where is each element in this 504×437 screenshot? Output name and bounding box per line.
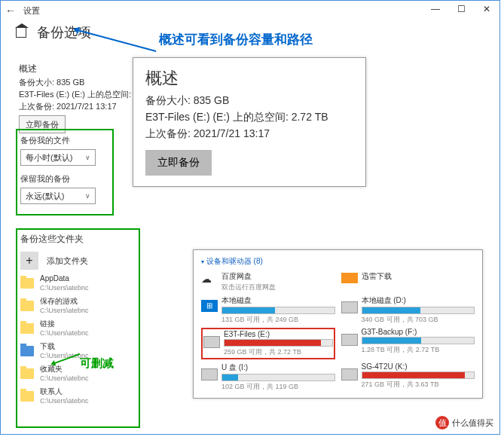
usage-bar [221, 374, 335, 381]
watermark: 值 什么值得买 [435, 416, 493, 429]
drive-info: 1.28 TB 可用，共 2.72 TB [362, 345, 475, 355]
folder-name: 保存的游戏 [40, 297, 89, 306]
usage-bar [221, 307, 335, 314]
drive-name: 本地磁盘 [221, 295, 335, 306]
folder-name: 联系人 [40, 387, 89, 396]
titlebar: ← 设置 — ☐ ✕ [1, 1, 499, 20]
annotation-overview: 概述可看到备份容量和路径 [159, 31, 313, 48]
usage-bar [362, 337, 475, 344]
usage-bar [362, 307, 475, 314]
drives-card: ▾ 设备和驱动器 (8) ☁ 百度网盘 双击运行百度网盘 迅雷下载 ⊞本地磁盘1… [193, 249, 483, 399]
drive-info: 340 GB 可用，共 703 GB [362, 315, 475, 325]
folder-path: C:\Users\atebnc [40, 306, 89, 315]
folder-icon [20, 346, 34, 356]
watermark-icon: 值 [435, 416, 449, 429]
minimize-button[interactable]: — [423, 1, 448, 17]
folder-path: C:\Users\atebnc [40, 374, 89, 383]
disk-icon [341, 301, 358, 313]
folder-item[interactable]: 收藏夹C:\Users\atebnc [20, 365, 89, 383]
folder-name: 链接 [40, 319, 89, 329]
overview-card-space: E3T-Files (E:) (E:) 上的总空间: 2.72 TB [145, 111, 353, 124]
folder-path: C:\Users\atebnc [40, 283, 89, 292]
annotation-delete: 可删减 [80, 356, 114, 371]
overview-card: 概述 备份大小: 835 GB E3T-Files (E:) (E:) 上的总空… [133, 57, 366, 187]
add-folder-button[interactable]: + [20, 252, 38, 270]
settings-window: ← 设置 — ☐ ✕ 备份选项 概述可看到备份容量和路径 概述 备份大小: 83… [0, 0, 500, 435]
folders-title: 备份这些文件夹 [20, 233, 89, 246]
drive-item[interactable]: SG-4T2U (K:)271 GB 可用，共 3.63 TB [341, 362, 475, 392]
folder-item[interactable]: 链接C:\Users\atebnc [20, 319, 89, 338]
disk-icon [203, 336, 220, 348]
disk-icon: ⊞ [201, 300, 218, 312]
cloud-icon: ☁ [201, 273, 218, 285]
usage-bar [362, 371, 475, 379]
folder-path: C:\Users\atebnc [40, 396, 89, 405]
disk-icon [341, 334, 358, 346]
drive-name: SG-4T2U (K:) [362, 362, 475, 371]
chevron-down-icon: ∨ [85, 192, 90, 200]
drive-info: 271 GB 可用，共 3.63 TB [362, 380, 475, 390]
keep-value: 永远(默认) [26, 191, 64, 202]
usage-bar [224, 339, 333, 347]
drive-item[interactable]: E3T-Files (E:)259 GB 可用，共 2.72 TB [201, 328, 335, 359]
add-folder-label: 添加文件夹 [47, 255, 88, 267]
drive-info: 102 GB 可用，共 119 GB [221, 382, 335, 392]
keep-select[interactable]: 永远(默认) ∨ [20, 188, 96, 204]
folder-icon [20, 301, 34, 311]
folder-name: 下载 [40, 342, 89, 351]
drive-item[interactable]: ⊞本地磁盘131 GB 可用，共 249 GB [201, 295, 335, 325]
expand-icon: ▾ [201, 258, 204, 265]
drive-xunlei[interactable]: 迅雷下载 [341, 271, 475, 292]
folder-icon [20, 323, 34, 334]
drive-item[interactable]: U 盘 (I:)102 GB 可用，共 119 GB [201, 362, 335, 392]
overview-card-heading: 概述 [145, 67, 353, 90]
freq-label: 备份我的文件 [20, 135, 96, 146]
folders-section: 备份这些文件夹 + 添加文件夹 AppDataC:\Users\atebnc保存… [20, 233, 89, 410]
drive-name: E3T-Files (E:) [224, 330, 333, 338]
close-button[interactable]: ✕ [474, 1, 499, 17]
window-title: 设置 [23, 5, 40, 17]
maximize-button[interactable]: ☐ [448, 1, 474, 17]
overview-card-size: 备份大小: 835 GB [145, 94, 353, 108]
disk-icon [201, 368, 218, 380]
freq-select[interactable]: 每小时(默认) ∨ [20, 149, 96, 166]
overview-card-last: 上次备份: 2021/7/21 13:17 [145, 127, 353, 141]
freq-value: 每小时(默认) [26, 152, 72, 163]
folder-item[interactable]: AppDataC:\Users\atebnc [20, 274, 89, 292]
folder-icon [20, 368, 34, 379]
keep-label: 保留我的备份 [20, 173, 96, 185]
backup-now-button[interactable]: 立即备份 [145, 150, 212, 176]
disk-icon [341, 368, 358, 380]
back-icon[interactable]: ← [5, 5, 16, 17]
drive-item[interactable]: 本地磁盘 (D:)340 GB 可用，共 703 GB [341, 295, 475, 325]
drives-title[interactable]: ▾ 设备和驱动器 (8) [201, 256, 475, 267]
folder-item[interactable]: 保存的游戏C:\Users\atebnc [20, 297, 89, 315]
drive-item[interactable]: G3T-Backup (F:)1.28 TB 可用，共 2.72 TB [341, 328, 475, 359]
folder-icon [20, 278, 34, 289]
folder-name: AppData [40, 274, 89, 283]
folder-item[interactable]: 联系人C:\Users\atebnc [20, 387, 89, 405]
folder-item[interactable]: 下载C:\Users\atebnc [20, 342, 89, 360]
xunlei-icon [341, 273, 358, 283]
drive-info: 259 GB 可用，共 2.72 TB [224, 347, 333, 357]
home-icon[interactable] [16, 27, 26, 38]
chevron-down-icon: ∨ [85, 154, 90, 161]
drive-baidu[interactable]: ☁ 百度网盘 双击运行百度网盘 [201, 271, 335, 292]
drive-name: 本地磁盘 (D:) [362, 295, 475, 306]
folder-path: C:\Users\atebnc [40, 329, 89, 338]
drive-name: U 盘 (I:) [221, 362, 335, 373]
drive-info: 131 GB 可用，共 249 GB [221, 315, 335, 325]
drive-name: G3T-Backup (F:) [362, 328, 475, 336]
folder-icon [20, 391, 34, 402]
